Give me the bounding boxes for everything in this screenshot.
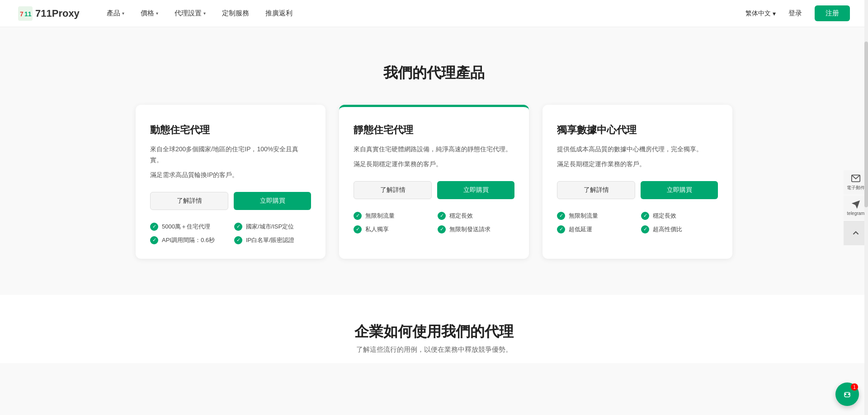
page-scrollbar[interactable] [864,0,868,415]
nav-product[interactable]: 產品 ▾ [107,9,124,18]
card-datacenter-desc: 提供低成本高品質的數據中心機房代理，完全獨享。 [557,144,718,155]
logo-icon: 7 11 [18,6,33,21]
feature-item: ✓ 超高性價比 [641,225,718,233]
main-content: 我們的代理產品 動態住宅代理 來自全球200多個國家/地區的住宅IP，100%安… [0,27,868,415]
products-section: 我們的代理產品 動態住宅代理 來自全球200多個國家/地區的住宅IP，100%安… [0,54,868,295]
chatbot-badge: 1 [851,383,858,391]
register-button[interactable]: 注册 [815,5,850,21]
feature-item: ✓ 穩定長效 [641,212,718,220]
check-icon: ✓ [438,212,446,220]
card-dynamic-actions: 了解詳情 立即購買 [150,192,311,210]
feature-item: ✓ 私人獨享 [354,225,430,233]
card-datacenter-subtitle: 滿足長期穩定運作業務的客戶。 [557,160,718,168]
card-dynamic-learn-button[interactable]: 了解詳情 [150,192,228,210]
card-static-learn-button[interactable]: 了解詳情 [354,181,432,199]
logo[interactable]: 7 11 711Proxy [18,6,80,21]
card-static-title: 靜態住宅代理 [354,123,514,137]
nav-proxy-settings[interactable]: 代理設置 ▾ [175,9,206,18]
card-datacenter-buy-button[interactable]: 立即購買 [641,181,718,199]
check-icon: ✓ [557,212,565,220]
feature-item: ✓ 無限制流量 [354,212,430,220]
cards-row: 動態住宅代理 來自全球200多個國家/地區的住宅IP，100%安全且真實。 滿足… [54,105,814,259]
feature-item: ✓ 國家/城市/ISP定位 [234,223,311,231]
card-static-desc: 來自真實住宅硬體網路設備，純淨高速的靜態住宅代理。 [354,144,514,155]
card-datacenter-features: ✓ 無限制流量 ✓ 穩定長效 ✓ 超低延運 ✓ 超高性價比 [557,212,718,233]
card-dynamic-title: 動態住宅代理 [150,123,311,137]
navbar-right: 繁体中文 ▾ 登录 注册 [745,5,850,21]
card-static-subtitle: 滿足長期穩定運作業務的客戶。 [354,160,514,168]
scrollbar-thumb[interactable] [864,42,868,208]
nav-referral[interactable]: 推廣返利 [265,9,292,18]
check-icon: ✓ [234,223,242,231]
svg-point-4 [842,389,853,400]
check-icon: ✓ [354,225,362,233]
products-title: 我們的代理產品 [54,63,814,83]
card-dynamic-desc: 來自全球200多個國家/地區的住宅IP，100%安全且真實。 [150,144,311,166]
chatbot-icon [841,388,854,401]
lang-chevron-icon: ▾ [773,10,776,17]
feature-item: ✓ 5000萬＋住宅代理 [150,223,227,231]
check-icon: ✓ [234,236,242,244]
proxy-settings-chevron-icon: ▾ [203,11,206,16]
check-icon: ✓ [150,223,158,231]
card-static-features: ✓ 無限制流量 ✓ 穩定長效 ✓ 私人獨享 ✓ 無限制發送請求 [354,212,514,233]
bottom-subtitle: 了解這些流行的用例，以便在業務中釋放競爭優勢。 [0,345,868,354]
card-static: 靜態住宅代理 來自真實住宅硬體網路設備，純淨高速的靜態住宅代理。 滿足長期穩定運… [339,105,529,259]
card-dynamic-buy-button[interactable]: 立即購買 [234,192,311,210]
svg-text:7: 7 [20,10,24,18]
feature-item: ✓ 超低延運 [557,225,634,233]
card-dynamic-features: ✓ 5000萬＋住宅代理 ✓ 國家/城市/ISP定位 ✓ API調用間隔：0.6… [150,223,311,244]
card-static-buy-button[interactable]: 立即購買 [437,181,514,199]
nav-price[interactable]: 價格 ▾ [141,9,158,18]
navbar: 7 11 711Proxy 產品 ▾ 價格 ▾ 代理設置 ▾ 定制服務 推廣返利… [0,0,868,27]
login-button[interactable]: 登录 [783,6,807,20]
arrow-up-icon [851,228,861,238]
telegram-icon [851,200,861,210]
check-icon: ✓ [641,225,649,233]
feature-item: ✓ 穩定長效 [438,212,514,220]
card-dynamic-subtitle: 滿足需求高品質輪換IP的客戶。 [150,171,311,179]
feature-item: ✓ API調用間隔：0.6秒 [150,236,227,244]
check-icon: ✓ [641,212,649,220]
card-datacenter-actions: 了解詳情 立即購買 [557,181,718,199]
feature-item: ✓ IP白名單/賬密認證 [234,236,311,244]
check-icon: ✓ [354,212,362,220]
card-dynamic: 動態住宅代理 來自全球200多個國家/地區的住宅IP，100%安全且真實。 滿足… [136,105,326,259]
card-datacenter: 獨享數據中心代理 提供低成本高品質的數據中心機房代理，完全獨享。 滿足長期穩定運… [542,105,732,259]
language-selector[interactable]: 繁体中文 ▾ [745,9,776,18]
nav-custom[interactable]: 定制服務 [222,9,249,18]
feature-item: ✓ 無限制發送請求 [438,225,514,233]
svg-text:11: 11 [24,10,32,18]
bottom-section: 企業如何使用我們的代理 了解這些流行的用例，以便在業務中釋放競爭優勢。 [0,295,868,363]
chatbot-button[interactable]: 1 [835,382,859,406]
check-icon: ✓ [438,225,446,233]
main-nav: 產品 ▾ 價格 ▾ 代理設置 ▾ 定制服務 推廣返利 [107,9,745,18]
price-chevron-icon: ▾ [156,11,158,16]
card-static-actions: 了解詳情 立即購買 [354,181,514,199]
bottom-title: 企業如何使用我們的代理 [0,322,868,342]
email-icon [851,173,861,183]
check-icon: ✓ [150,236,158,244]
feature-item: ✓ 無限制流量 [557,212,634,220]
card-datacenter-learn-button[interactable]: 了解詳情 [557,181,635,199]
product-chevron-icon: ▾ [122,11,124,16]
card-datacenter-title: 獨享數據中心代理 [557,123,718,137]
check-icon: ✓ [557,225,565,233]
